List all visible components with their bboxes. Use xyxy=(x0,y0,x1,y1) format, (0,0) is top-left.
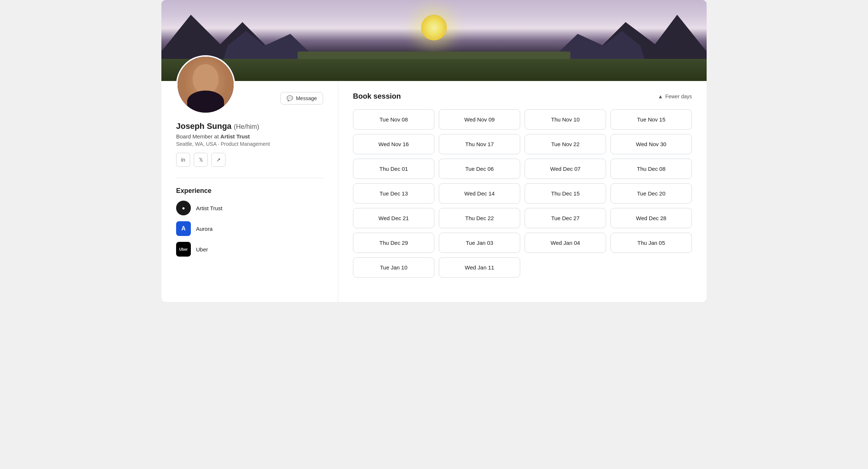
social-links: in 𝕏 ↗ xyxy=(176,153,323,167)
date-button[interactable]: Wed Dec 14 xyxy=(439,183,520,204)
user-company: Artist Trust xyxy=(220,133,250,140)
date-button[interactable]: Tue Dec 13 xyxy=(353,183,434,204)
date-button[interactable]: Thu Dec 29 xyxy=(353,233,434,253)
date-button[interactable]: Wed Dec 07 xyxy=(525,159,606,179)
avatar-face xyxy=(178,57,234,113)
linkedin-button[interactable]: in xyxy=(176,153,190,167)
avatar-container xyxy=(176,55,235,114)
book-header: Book session ▲ Fewer days xyxy=(353,92,692,100)
divider xyxy=(176,178,323,178)
uber-name: Uber xyxy=(196,246,208,253)
date-button[interactable]: Tue Jan 10 xyxy=(353,257,434,278)
banner-art xyxy=(161,0,707,81)
date-button[interactable]: Tue Nov 22 xyxy=(525,134,606,154)
user-pronoun: (He/him) xyxy=(234,123,259,130)
right-panel: Book session ▲ Fewer days Tue Nov 08Wed … xyxy=(338,81,707,302)
date-button[interactable]: Tue Nov 15 xyxy=(610,109,692,130)
date-button[interactable]: Wed Nov 09 xyxy=(439,109,520,130)
ground xyxy=(161,59,707,81)
fewer-days-label: Fewer days xyxy=(665,94,692,99)
date-button[interactable]: Wed Jan 11 xyxy=(439,257,520,278)
experience-item-uber: Uber Uber xyxy=(176,242,323,257)
twitter-button[interactable]: 𝕏 xyxy=(194,153,208,167)
external-link-button[interactable]: ↗ xyxy=(211,153,225,167)
date-button[interactable]: Tue Nov 08 xyxy=(353,109,434,130)
message-label: Message xyxy=(296,95,317,101)
date-button[interactable]: Thu Dec 08 xyxy=(610,159,692,179)
left-panel: 💬 Message Joseph Sunga (He/him) Board Me… xyxy=(161,81,338,302)
user-title: Board Member at Artist Trust xyxy=(176,133,323,140)
date-button[interactable]: Wed Dec 21 xyxy=(353,208,434,228)
date-button[interactable]: Wed Nov 16 xyxy=(353,134,434,154)
date-button[interactable]: Wed Nov 30 xyxy=(610,134,692,154)
user-name: Joseph Sunga (He/him) xyxy=(176,121,323,131)
date-button[interactable]: Thu Dec 22 xyxy=(439,208,520,228)
linkedin-icon: in xyxy=(181,157,185,163)
date-button[interactable]: Thu Dec 15 xyxy=(525,183,606,204)
book-session-title: Book session xyxy=(353,92,401,100)
aurora-logo: A xyxy=(176,221,191,236)
date-button[interactable]: Tue Jan 03 xyxy=(439,233,520,253)
experience-section-title: Experience xyxy=(176,187,323,195)
dates-grid: Tue Nov 08Wed Nov 09Thu Nov 10Tue Nov 15… xyxy=(353,109,692,278)
message-icon: 💬 xyxy=(287,95,293,101)
external-link-icon: ↗ xyxy=(216,157,221,163)
avatar xyxy=(176,55,235,114)
date-button[interactable]: Thu Nov 10 xyxy=(525,109,606,130)
content-area: 💬 Message Joseph Sunga (He/him) Board Me… xyxy=(161,81,707,302)
page-container: 💬 Message Joseph Sunga (He/him) Board Me… xyxy=(161,0,707,302)
artist-trust-logo: ● xyxy=(176,201,191,215)
date-button[interactable]: Wed Dec 28 xyxy=(610,208,692,228)
experience-list: ● Artist Trust A Aurora Uber Uber xyxy=(176,201,323,257)
aurora-name: Aurora xyxy=(196,226,213,232)
date-button[interactable]: Tue Dec 06 xyxy=(439,159,520,179)
uber-logo: Uber xyxy=(176,242,191,257)
date-button[interactable]: Tue Dec 27 xyxy=(525,208,606,228)
date-button[interactable]: Thu Nov 17 xyxy=(439,134,520,154)
date-button[interactable]: Tue Dec 20 xyxy=(610,183,692,204)
date-button[interactable]: Thu Dec 01 xyxy=(353,159,434,179)
experience-item-artist-trust: ● Artist Trust xyxy=(176,201,323,215)
profile-banner xyxy=(161,0,707,81)
artist-trust-name: Artist Trust xyxy=(196,205,223,211)
chevron-up-icon: ▲ xyxy=(658,94,663,99)
fewer-days-button[interactable]: ▲ Fewer days xyxy=(658,94,692,99)
user-location: Seattle, WA, USA · Product Management xyxy=(176,141,323,147)
date-button[interactable]: Thu Jan 05 xyxy=(610,233,692,253)
message-button[interactable]: 💬 Message xyxy=(280,92,323,105)
twitter-icon: 𝕏 xyxy=(199,157,203,163)
date-button[interactable]: Wed Jan 04 xyxy=(525,233,606,253)
experience-item-aurora: A Aurora xyxy=(176,221,323,236)
sun-decoration xyxy=(421,15,447,40)
